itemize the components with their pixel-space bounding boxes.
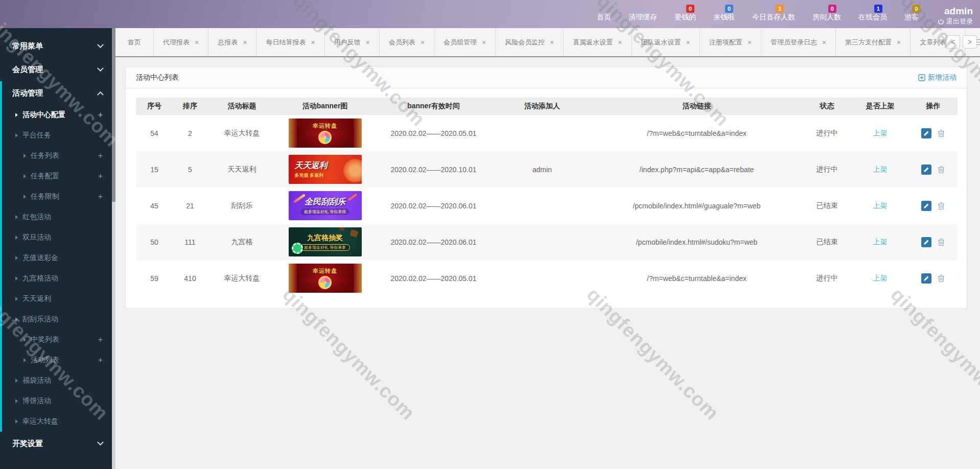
plus-icon[interactable]: + — [98, 356, 103, 364]
sidebar-item-activity-center-config[interactable]: 活动中心配置 + — [2, 105, 112, 125]
sidebar-item-activity-list[interactable]: 活动列表 + — [2, 350, 112, 370]
sidebar-section-common-menu[interactable]: 常用菜单 — [0, 34, 112, 58]
nav-item-room-count[interactable]: 0房间人数 — [812, 13, 841, 22]
cell-banner: 全民刮刮乐 超多现金好礼 等你来领 — [276, 187, 374, 224]
nav-item-first-deposit-today[interactable]: 1今日首存人数 — [752, 13, 795, 22]
sidebar-item-task-config[interactable]: 任务配置 + — [2, 166, 112, 186]
close-icon[interactable]: × — [686, 39, 690, 46]
sidebar-item-bobing[interactable]: 博饼活动 — [2, 391, 112, 411]
tab-admin-login-log[interactable]: 管理员登录日志× — [761, 28, 836, 56]
close-icon[interactable]: × — [822, 39, 826, 46]
shelf-toggle-link[interactable]: 上架 — [873, 201, 888, 209]
tab-label: 会员列表 — [389, 38, 415, 47]
delete-button[interactable] — [937, 165, 946, 175]
cell-title: 天天返利 — [207, 151, 276, 187]
tab-home[interactable]: 首页 — [115, 28, 154, 56]
nav-item-deposit[interactable]: 0来钱啦 — [713, 13, 735, 22]
power-icon — [938, 18, 944, 25]
edit-button[interactable] — [921, 128, 931, 138]
close-icon[interactable]: × — [482, 39, 486, 46]
nav-item-online-members[interactable]: 1在线会员 — [858, 13, 887, 22]
edit-button[interactable] — [921, 273, 931, 284]
caret-right-icon — [15, 133, 18, 137]
sidebar-item-scratch-activity[interactable]: 刮刮乐活动 — [2, 309, 112, 330]
sidebar-section-lottery-settings[interactable]: 开奖设置 — [0, 432, 112, 455]
plus-icon[interactable]: + — [98, 193, 103, 201]
tab-prev-button[interactable]: < — [946, 35, 960, 49]
sidebar-item-deposit-bonus[interactable]: 充值送彩金 — [2, 248, 112, 268]
cell-title: 幸运大转盘 — [207, 115, 276, 151]
caret-right-icon — [24, 358, 26, 362]
tab-user-feedback[interactable]: 用户反馈× — [325, 28, 380, 56]
tab-agent-report[interactable]: 代理报表× — [154, 28, 208, 56]
close-icon[interactable]: × — [421, 39, 425, 46]
close-icon[interactable]: × — [897, 39, 901, 46]
sidebar-item-task-list[interactable]: 任务列表 + — [2, 146, 112, 166]
sidebar-item-sudoku-activity[interactable]: 九宫格活动 — [2, 268, 112, 289]
edit-button[interactable] — [921, 165, 931, 175]
sidebar-item-lucky-wheel[interactable]: 幸运大转盘 — [2, 411, 112, 432]
item-label: 活动中心配置 — [22, 110, 98, 120]
logout-button[interactable]: 退出登录 — [938, 17, 973, 26]
nav-item-clear-cache[interactable]: 清理缓存 — [628, 13, 657, 22]
delete-button[interactable] — [937, 273, 946, 284]
close-icon[interactable]: × — [366, 39, 370, 46]
plus-icon[interactable]: + — [98, 152, 103, 160]
caret-right-icon — [15, 399, 18, 403]
shelf-toggle-link[interactable]: 上架 — [873, 238, 888, 246]
item-label: 刮刮乐活动 — [22, 315, 103, 324]
sidebar-item-task-limit[interactable]: 任务限制 + — [2, 186, 112, 207]
plus-icon[interactable]: + — [98, 172, 103, 180]
tab-total-report[interactable]: 总报表× — [208, 28, 256, 56]
shelf-toggle-link[interactable]: 上架 — [873, 274, 888, 282]
close-icon[interactable]: × — [311, 39, 315, 46]
shelf-toggle-link[interactable]: 上架 — [873, 129, 888, 137]
delete-button[interactable] — [937, 201, 946, 211]
close-icon[interactable]: × — [550, 39, 554, 46]
logout-label: 退出登录 — [946, 17, 973, 26]
section-label: 开奖设置 — [12, 439, 98, 449]
edit-button[interactable] — [921, 201, 931, 211]
scrollbar-thumb[interactable] — [112, 28, 115, 202]
shelf-toggle-link[interactable]: 上架 — [873, 165, 888, 173]
add-activity-button[interactable]: 新增活动 — [918, 73, 956, 82]
tab-next-button[interactable]: > — [963, 35, 977, 49]
nav-item-withdraw[interactable]: 0要钱的 — [674, 13, 696, 22]
nav-item-home[interactable]: 首页 — [597, 13, 611, 22]
tab-risk-monitor[interactable]: 风险会员监控× — [496, 28, 564, 56]
tab-member-list[interactable]: 会员列表× — [380, 28, 434, 56]
sidebar-item-platform-tasks[interactable]: 平台任务 — [2, 125, 112, 146]
username: admin — [938, 6, 973, 17]
sidebar-item-lucky-bag[interactable]: 福袋活动 — [2, 370, 112, 391]
cell-link: /index.php?m=api&c=app&a=rebate — [591, 151, 803, 187]
tab-label: 注册项配置 — [709, 38, 742, 47]
delete-button[interactable] — [937, 237, 946, 247]
tab-direct-rebate[interactable]: 直属返水设置× — [564, 28, 632, 56]
banner-subtitle: 超多现金好礼 等你来领 — [300, 208, 349, 215]
sidebar-item-double-festival[interactable]: 双旦活动 — [2, 227, 112, 248]
sidebar-item-red-packet[interactable]: 红包活动 — [2, 207, 112, 227]
tab-third-party-payment[interactable]: 第三方支付配置× — [836, 28, 911, 56]
close-icon[interactable]: × — [618, 39, 622, 46]
tab-team-rebate[interactable]: 团队返水设置× — [632, 28, 700, 56]
tab-register-config[interactable]: 注册项配置× — [700, 28, 761, 56]
close-icon[interactable]: × — [195, 39, 199, 46]
close-icon[interactable]: × — [748, 39, 752, 46]
close-icon[interactable]: × — [243, 39, 247, 46]
edit-button[interactable] — [921, 237, 931, 247]
tab-member-group[interactable]: 会员组管理× — [434, 28, 496, 56]
tab-daily-settlement[interactable]: 每日结算报表× — [256, 28, 324, 56]
sidebar-section-member-management[interactable]: 会员管理 — [0, 58, 112, 81]
sidebar-item-winning-list[interactable]: 中奖列表 + — [2, 330, 112, 350]
activity-panel: 活动中心列表 新增活动 序号 排序 活动标题 活动banner图 banner有… — [125, 66, 967, 309]
nav-item-guests[interactable]: 0游客 — [904, 13, 919, 22]
delete-button[interactable] — [937, 128, 946, 138]
sidebar-scrollbar[interactable] — [112, 28, 115, 469]
col-header-banner: 活动banner图 — [276, 98, 374, 115]
item-label: 平台任务 — [22, 131, 103, 140]
plus-icon[interactable]: + — [98, 111, 103, 119]
sidebar-section-activity-management[interactable]: 活动管理 — [2, 81, 112, 105]
caret-right-icon — [15, 317, 18, 321]
sidebar-item-daily-rebate[interactable]: 天天返利 — [2, 289, 112, 309]
plus-icon[interactable]: + — [98, 336, 103, 344]
